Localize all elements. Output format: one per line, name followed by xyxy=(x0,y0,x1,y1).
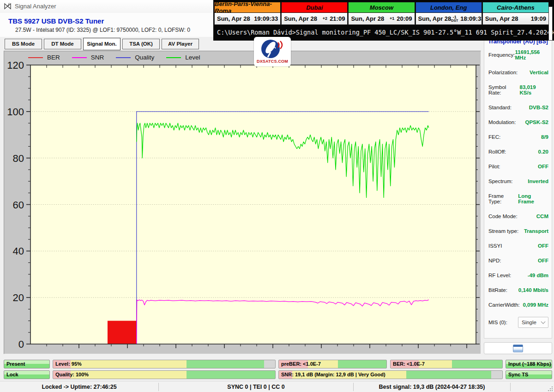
level-bar: Level: 95% xyxy=(53,360,276,368)
mis-row: MIS (0): Single xyxy=(488,317,548,328)
tab-signal-mon[interactable]: Signal Mon. xyxy=(83,38,120,50)
transponder-row-symbol-rate: Symbol Rate:83,019 KS/s xyxy=(488,84,548,95)
transponder-row-frame-type: Frame Type:Long Frame xyxy=(488,193,548,204)
prebar-bar: preBER: <1.0E-7 xyxy=(278,360,387,368)
signal-chart: 020406080100120 xyxy=(4,51,480,353)
transponder-value: Inverted xyxy=(528,178,548,184)
transponder-value: 0,099 MHz xyxy=(523,302,548,308)
transponder-row-polarization: Polarization:Vertical xyxy=(488,70,548,75)
tuner-details: 27.5W - Intelsat 907 (ID: 3325) @ LOF1: … xyxy=(15,27,190,33)
device-button[interactable] xyxy=(484,342,552,354)
lock-indicator: Lock xyxy=(4,370,50,379)
tab-av-player[interactable]: AV Player xyxy=(162,39,199,49)
svg-text:20: 20 xyxy=(13,292,24,303)
clock-time-cell: Sun, Apr 2819:09:33 xyxy=(214,13,281,25)
transponder-row-carrierwidth: CarrierWidth:0,099 MHz xyxy=(488,302,548,308)
clock-city-label: Dubai xyxy=(281,2,348,13)
console-overlay: Berlin-Paris-Vienna-RomaSun, Apr 2819:09… xyxy=(213,0,554,41)
dxsatcs-logo-text: DXSATCS.COM xyxy=(254,59,291,64)
svg-text:120: 120 xyxy=(7,59,24,71)
transponder-row-spectrum: Spectrum:Inverted xyxy=(488,178,548,184)
transponder-label: Pilot: xyxy=(488,164,500,169)
status-sync-counters: SYNC 0 | TEI 0 | CC 0 xyxy=(159,381,353,392)
transponder-row-pilot: Pilot:OFF xyxy=(488,164,548,169)
clock-city-label: Cairo-Athens xyxy=(482,2,549,13)
transponder-label: BitRate: xyxy=(488,287,507,293)
snr-bar: SNR: 19,1 dB (Margin: 12,9 dB | Very Goo… xyxy=(278,370,503,379)
transponder-row-stream-type: Stream type:Transport xyxy=(488,228,548,234)
transponder-value: CCM xyxy=(536,214,548,219)
transponder-label: Symbol Rate: xyxy=(488,84,519,95)
clock-cairo-athens: Cairo-AthensSun, Apr 2819:09 xyxy=(482,2,549,25)
clock-utc-offset: -1DST xyxy=(451,16,458,22)
transponder-value: Vertical xyxy=(530,70,548,75)
transponder-value: Long Frame xyxy=(518,193,548,204)
transponder-row-modulation: Modulation:QPSK-S2 xyxy=(488,119,548,125)
present-indicator: Present xyxy=(4,360,50,368)
transponder-label: Frequency: xyxy=(488,52,515,58)
transponder-value: 11691,556 MHz xyxy=(515,49,548,60)
status-best-signal: Best signal: 19,3 dB (2024-04-27 18:35) xyxy=(354,381,510,392)
transponder-label: CarrierWidth: xyxy=(488,302,520,308)
transponder-label: NPD: xyxy=(488,258,501,263)
transponder-row-issyi: ISSYIOFF xyxy=(488,243,548,249)
clock-utc-offset: +2 xyxy=(323,17,327,20)
ber-bar: BER: <1.0E-7 xyxy=(390,360,503,368)
mis-dropdown[interactable]: Single xyxy=(518,317,548,328)
tab-bs-mode[interactable]: BS Mode xyxy=(5,39,42,49)
transponder-label: RF Level: xyxy=(488,273,511,278)
window-title: Signal Analyzer xyxy=(15,3,56,10)
clock-utc-offset: +1 xyxy=(390,17,394,20)
transponder-label: Standard: xyxy=(488,105,512,110)
mis-label: MIS (0): xyxy=(488,320,507,325)
svg-text:0: 0 xyxy=(18,339,24,350)
transponder-label: ISSYI xyxy=(488,243,502,249)
console-prompt[interactable]: C:\Users\Roman Dávid>Signal monitoring_P… xyxy=(217,29,554,36)
clock-scroll-strip xyxy=(548,6,553,41)
svg-text:40: 40 xyxy=(13,245,24,257)
svg-text:60: 60 xyxy=(13,199,24,211)
tab-dt-mode[interactable]: DT Mode xyxy=(44,39,81,49)
transponder-label: RollOff: xyxy=(488,149,506,154)
tuner-name: TBS 5927 USB DVB-S2 Tuner xyxy=(8,17,104,25)
chevron-down-icon xyxy=(541,320,546,324)
transponder-rows: Frequency:11691,556 MHzPolarization:Vert… xyxy=(488,49,548,308)
clock-time-cell: Sun, Apr 28+120:09 xyxy=(348,13,415,25)
transponder-label: Spectrum: xyxy=(488,178,512,184)
sync-ts-indicator: Sync TS xyxy=(506,370,552,379)
clock-berlin-paris-vienna-roma: Berlin-Paris-Vienna-RomaSun, Apr 2819:09… xyxy=(214,2,281,25)
tuner-device-icon xyxy=(513,344,523,352)
transponder-label: Code Mode: xyxy=(488,214,518,219)
clock-city-label: Berlin-Paris-Vienna-Roma xyxy=(214,2,281,13)
transponder-value: OFF xyxy=(538,243,548,249)
transponder-label: Frame Type: xyxy=(488,193,518,204)
transponder-value: 0,140 Mbit/s xyxy=(518,287,548,293)
clock-time-cell: Sun, Apr 2819:09 xyxy=(482,13,549,25)
transponder-row-code-mode: Code Mode:CCM xyxy=(488,214,548,219)
transponder-value: OFF xyxy=(538,258,548,263)
transponder-row-standard: Standard:DVB-S2 xyxy=(488,105,548,110)
transponder-label: Stream type: xyxy=(488,228,518,234)
transponder-row-bitrate: BitRate:0,140 Mbit/s xyxy=(488,287,548,293)
transponder-row-npd: NPD:OFF xyxy=(488,258,548,263)
transponder-row-fec: FEC:8/9 xyxy=(488,134,548,140)
dxsatcs-logo: DXSATCS.COM xyxy=(254,37,291,66)
svg-text:100: 100 xyxy=(7,106,24,118)
satellite-dish-icon xyxy=(260,38,284,59)
clock-dubai: DubaiSun, Apr 28+221:09 xyxy=(281,2,348,25)
svg-text:80: 80 xyxy=(13,153,24,164)
quality-bar: Quality: 100% xyxy=(53,370,276,379)
transponder-label: FEC: xyxy=(488,134,500,140)
transponder-value: 83,019 KS/s xyxy=(519,84,548,95)
transponder-label: Polarization: xyxy=(488,70,518,75)
signal-analyzer-icon xyxy=(4,2,12,10)
tab-tsa-ok[interactable]: TSA (OK) xyxy=(122,39,160,49)
clock-moscow: MoscowSun, Apr 28+120:09 xyxy=(348,2,415,25)
transponder-row-rolloff: RollOff:0.20 xyxy=(488,149,548,154)
clock-city-label: Moscow xyxy=(348,2,415,13)
transponder-value: DVB-S2 xyxy=(529,105,548,110)
clock-time-cell: Sun, Apr 28-1DST18:09:33 xyxy=(416,13,482,25)
mis-selected-value: Single xyxy=(522,320,536,325)
resize-grip[interactable] xyxy=(547,386,553,391)
world-clock: Berlin-Paris-Vienna-RomaSun, Apr 2819:09… xyxy=(214,2,549,25)
